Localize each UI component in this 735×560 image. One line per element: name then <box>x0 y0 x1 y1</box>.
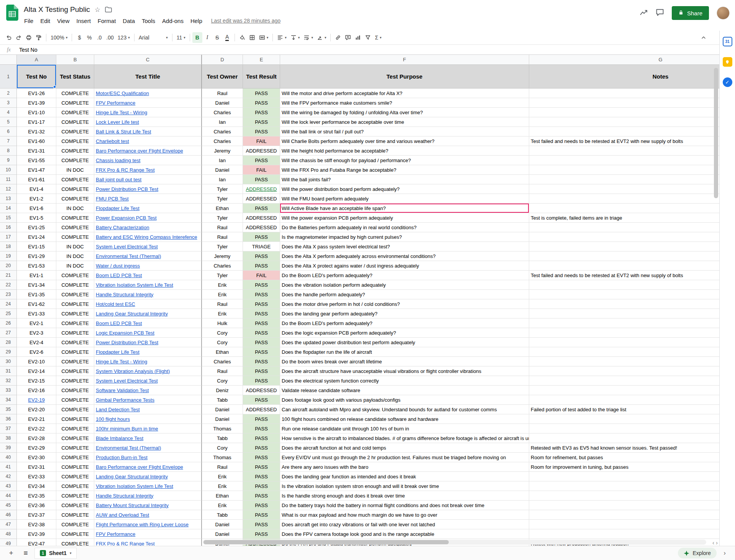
text-wrap-button[interactable]: ▾ <box>302 32 315 43</box>
cell-G13[interactable] <box>529 194 719 204</box>
cell-D4[interactable]: Charles <box>202 108 243 117</box>
cell-B13[interactable]: COMPLETE <box>56 194 94 204</box>
cell-A49[interactable]: EV2-47 <box>17 539 56 546</box>
cell-E43[interactable]: PASS <box>243 481 280 491</box>
cell-F37[interactable]: Run one release candidate unit through 1… <box>280 424 529 434</box>
row-header-12[interactable]: 12 <box>0 184 17 194</box>
cell-C1[interactable]: Test Title <box>94 65 202 89</box>
move-to-folder-icon[interactable] <box>105 7 112 13</box>
cell-F8[interactable]: Will the height hold performance be acce… <box>280 146 529 156</box>
cell-B2[interactable]: COMPLETE <box>56 89 94 98</box>
cell-G10[interactable] <box>529 165 719 175</box>
cell-D19[interactable]: Jeremy <box>202 251 243 261</box>
cell-E14[interactable]: PASS <box>243 204 280 213</box>
cell-A39[interactable]: EV2-29 <box>17 443 56 453</box>
scroll-left-icon[interactable]: ‹ <box>712 540 714 545</box>
cell-D37[interactable]: Thomas <box>202 424 243 434</box>
cell-C46[interactable]: AUW and Overload Test <box>94 510 202 520</box>
cell-F15[interactable]: Will the power expansion PCB perform ade… <box>280 213 529 223</box>
cell-C49[interactable]: FRX Pro & RC Range Test <box>94 539 202 546</box>
cell-A41[interactable]: EV2-31 <box>17 462 56 472</box>
cell-C28[interactable]: Power Distribution PCB Test <box>94 338 202 347</box>
format-percent-button[interactable]: % <box>84 32 94 43</box>
cell-F26[interactable]: Do the Boom LED's perform adequately? <box>280 319 529 328</box>
cell-F10[interactable]: Will the FRX Pro and Futaba Range be acc… <box>280 165 529 175</box>
cell-E27[interactable]: PASS <box>243 328 280 338</box>
cell-E24[interactable]: PASS <box>243 299 280 309</box>
cell-D12[interactable]: Tyler <box>202 184 243 194</box>
cell-C45[interactable]: Battery Mount Structural Integrity <box>94 501 202 510</box>
cell-E33[interactable]: ADDRESSED <box>243 386 280 395</box>
cell-C3[interactable]: FPV Performance <box>94 98 202 108</box>
row-header-32[interactable]: 32 <box>0 376 17 386</box>
cell-A23[interactable]: EV1-35 <box>17 290 56 299</box>
cell-D48[interactable]: Daniel <box>202 529 243 539</box>
cell-E36[interactable]: PASS <box>243 414 280 424</box>
cell-A20[interactable]: EV1-53 <box>17 261 56 271</box>
last-edit-link[interactable]: Last edit was 28 minutes ago <box>211 18 281 24</box>
cell-A7[interactable]: EV1-60 <box>17 136 56 146</box>
cell-C13[interactable]: FMU PCB Test <box>94 194 202 204</box>
cell-F25[interactable]: Does the landing gear perform adequately… <box>280 309 529 319</box>
cell-G36[interactable] <box>529 414 719 424</box>
cell-G19[interactable] <box>529 251 719 261</box>
undo-button[interactable] <box>4 32 14 43</box>
cell-E19[interactable]: PASS <box>243 251 280 261</box>
cell-E21[interactable]: FAIL <box>243 271 280 280</box>
cell-C8[interactable]: Baro Performance over Flight Envelope <box>94 146 202 156</box>
cell-A33[interactable]: EV2-16 <box>17 386 56 395</box>
cell-F38[interactable]: How senstive is the aircraft to imbalanc… <box>280 434 529 443</box>
cell-E32[interactable]: PASS <box>243 376 280 386</box>
cell-G27[interactable] <box>529 328 719 338</box>
cell-G4[interactable] <box>529 108 719 117</box>
row-header-27[interactable]: 27 <box>0 328 17 338</box>
cell-E35[interactable]: ADDRESSED <box>243 405 280 414</box>
cell-A40[interactable]: EV2-30 <box>17 453 56 462</box>
cell-A48[interactable]: EV2-39 <box>17 529 56 539</box>
cell-C43[interactable]: Vibration Isolation System Life Test <box>94 481 202 491</box>
row-header-14[interactable]: 14 <box>0 204 17 213</box>
cell-E10[interactable]: FAIL <box>243 165 280 175</box>
cell-B47[interactable]: COMPLETE <box>56 520 94 529</box>
cell-C41[interactable]: Baro Performance over Flight Envelope <box>94 462 202 472</box>
cell-F40[interactable]: Every EV/DV unit must go through the 2 h… <box>280 453 529 462</box>
user-avatar[interactable] <box>717 7 730 20</box>
cell-F17[interactable]: Is the magnetometer impacted by high cur… <box>280 232 529 242</box>
cell-B34[interactable]: COMPLETE <box>56 395 94 405</box>
cell-F3[interactable]: Will the FPV performance make customers … <box>280 98 529 108</box>
cell-C30[interactable]: Hinge Life Test - Wiring <box>94 357 202 366</box>
cell-D26[interactable]: Hulk <box>202 319 243 328</box>
cell-F32[interactable]: Does the electrical system function corr… <box>280 376 529 386</box>
cell-A36[interactable]: EV2-21 <box>17 414 56 424</box>
cell-B40[interactable]: COMPLETE <box>56 453 94 462</box>
cell-A32[interactable]: EV2-15 <box>17 376 56 386</box>
cell-G23[interactable] <box>529 290 719 299</box>
fill-color-button[interactable] <box>237 32 247 43</box>
row-header-24[interactable]: 24 <box>0 299 17 309</box>
cell-F48[interactable]: Does the FPV camera footage look good an… <box>280 529 529 539</box>
row-header-45[interactable]: 45 <box>0 501 17 510</box>
cell-C17[interactable]: Battery and ESC Wiring Compass Interefen… <box>94 232 202 242</box>
cell-E22[interactable]: PASS <box>243 280 280 290</box>
row-header-31[interactable]: 31 <box>0 366 17 376</box>
row-header-1[interactable]: 1 <box>0 65 17 89</box>
cell-G34[interactable] <box>529 395 719 405</box>
cell-G11[interactable] <box>529 175 719 184</box>
cell-F42[interactable]: Does the landing gear function as intend… <box>280 472 529 481</box>
cell-F47[interactable]: Does aircraft get into crazy vibrations … <box>280 520 529 529</box>
cell-F18[interactable]: Does the Alta X pass system level electr… <box>280 242 529 251</box>
cell-A26[interactable]: EV2-1 <box>17 319 56 328</box>
cell-C10[interactable]: FRX Pro & RC Range Test <box>94 165 202 175</box>
cell-A31[interactable]: EV2-14 <box>17 366 56 376</box>
cell-B17[interactable]: COMPLETE <box>56 232 94 242</box>
row-header-37[interactable]: 37 <box>0 424 17 434</box>
cell-G48[interactable] <box>529 529 719 539</box>
sheets-logo-icon[interactable] <box>6 5 18 21</box>
cell-C22[interactable]: Vibration Isolation System Life Test <box>94 280 202 290</box>
cell-A5[interactable]: EV1-17 <box>17 117 56 127</box>
cell-F6[interactable]: Will the ball link or strut fail / pull … <box>280 127 529 136</box>
row-header-3[interactable]: 3 <box>0 98 17 108</box>
cell-G3[interactable] <box>529 98 719 108</box>
print-button[interactable] <box>24 32 34 43</box>
row-header-16[interactable]: 16 <box>0 223 17 232</box>
